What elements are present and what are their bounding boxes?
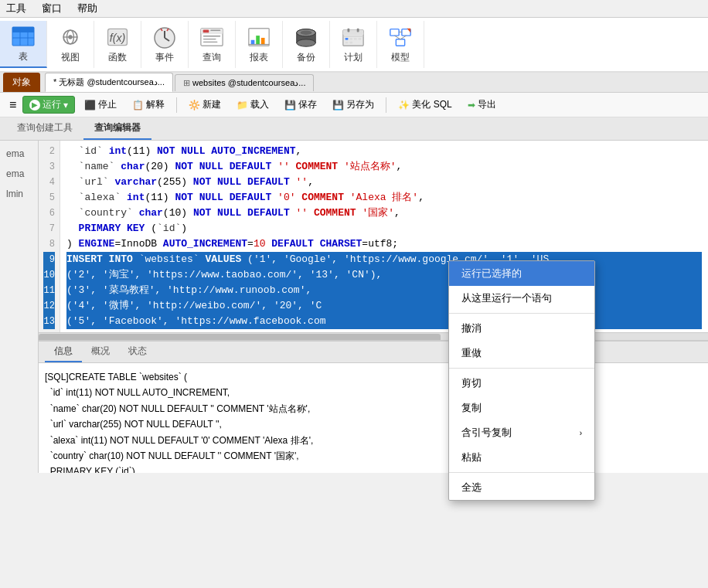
code-editor[interactable]: `id` int(11) NOT NULL AUTO_INCREMENT, `n… (60, 141, 708, 332)
tab-query-builder[interactable]: 查询创建工具 (6, 117, 83, 140)
menu-window[interactable]: 窗口 (42, 2, 62, 15)
svg-rect-1 (12, 27, 34, 32)
svg-rect-47 (396, 39, 404, 46)
icon-backup[interactable]: 备份 (283, 21, 330, 68)
left-panel-ema1[interactable]: ema (0, 144, 38, 164)
tab-query-editor[interactable]: 查询编辑器 (83, 117, 151, 140)
context-menu: 运行已选择的 从这里运行一个语句 撤消 重做 剪切 复制 含引号复制 › 粘贴 … (448, 260, 595, 501)
ctx-undo[interactable]: 撤消 (449, 316, 594, 341)
icon-view[interactable]: 视图 (47, 21, 94, 68)
tab-object[interactable]: 对象 (3, 73, 40, 92)
ctx-sep-3 (449, 472, 594, 473)
stop-button[interactable]: ⬛ 停止 (78, 95, 123, 114)
svg-rect-35 (343, 32, 363, 35)
ctx-paste[interactable]: 粘贴 (449, 445, 594, 470)
left-panel-ema2[interactable]: ema (0, 164, 38, 184)
beautify-button[interactable]: ✨ 美化 SQL (392, 95, 458, 114)
svg-rect-26 (261, 38, 265, 44)
tab-info[interactable]: 信息 (45, 342, 82, 362)
ctx-select-all[interactable]: 全选 (449, 475, 594, 500)
separator-2 (386, 97, 386, 113)
left-panel-lmin[interactable]: lmin (0, 184, 38, 204)
menu-icon[interactable]: ≡ (6, 97, 19, 114)
tab-websites[interactable]: ⊞ websites @studentcourseaد... (175, 74, 314, 91)
horizontal-scrollbar[interactable] (39, 332, 708, 342)
svg-rect-20 (203, 36, 221, 36)
separator-1 (176, 97, 177, 113)
ctx-redo[interactable]: 重做 (449, 341, 594, 365)
svg-rect-39 (345, 38, 349, 40)
ctx-run-selected[interactable]: 运行已选择的 (449, 261, 594, 286)
icon-function[interactable]: f(x) 函数 (94, 21, 141, 68)
line-numbers: 2 3 4 5 6 7 8 9 10 11 12 13 (39, 141, 60, 332)
menu-help[interactable]: 帮助 (77, 2, 97, 15)
sql-log: [SQL]CREATE TABLE `websites` ( `id` int(… (45, 369, 702, 473)
ctx-run-statement[interactable]: 从这里运行一个语句 (449, 286, 594, 311)
svg-rect-41 (354, 38, 357, 40)
menu-tools[interactable]: 工具 (6, 2, 26, 15)
svg-rect-43 (345, 42, 349, 44)
bottom-content-area: [SQL]CREATE TABLE `websites` ( `id` int(… (39, 363, 708, 473)
svg-point-32 (300, 31, 311, 36)
svg-point-30 (297, 39, 315, 46)
svg-rect-21 (203, 39, 216, 39)
ctx-cut[interactable]: 剪切 (449, 371, 594, 396)
svg-rect-36 (347, 29, 349, 32)
tab-overview[interactable]: 概况 (82, 342, 119, 362)
icon-table[interactable]: 表 (0, 21, 47, 68)
export-button[interactable]: ➡ 导出 (461, 95, 502, 114)
svg-rect-24 (251, 40, 255, 45)
svg-rect-25 (256, 36, 260, 44)
icon-event[interactable]: 事件 (141, 21, 189, 68)
ctx-copy[interactable]: 复制 (449, 396, 594, 420)
load-button[interactable]: 📁 载入 (230, 95, 275, 114)
new-button[interactable]: 🔆 新建 (182, 95, 227, 114)
svg-rect-40 (349, 38, 352, 40)
tab-untitled[interactable]: * 无标题 @studentcourseaد... (45, 73, 173, 92)
svg-rect-22 (203, 42, 218, 42)
bottom-tabs: 信息 概况 状态 (39, 342, 708, 363)
run-button[interactable]: ▶ 运行 ▾ (22, 96, 75, 114)
icon-query[interactable]: 查询 (189, 21, 236, 68)
save-as-button[interactable]: 💾 另存为 (326, 95, 380, 114)
svg-rect-44 (349, 42, 352, 44)
svg-rect-18 (203, 30, 209, 33)
svg-text:f(x): f(x) (110, 32, 126, 44)
svg-rect-42 (359, 38, 362, 40)
save-button[interactable]: 💾 保存 (278, 95, 323, 114)
tab-status[interactable]: 状态 (119, 342, 156, 362)
svg-rect-37 (357, 29, 359, 32)
svg-rect-19 (210, 30, 220, 31)
icon-report[interactable]: 报表 (236, 21, 283, 68)
scrollbar-thumb[interactable] (39, 334, 441, 342)
svg-rect-45 (390, 29, 399, 36)
explain-button[interactable]: 📋 解释 (126, 95, 171, 114)
svg-point-8 (68, 35, 72, 39)
icon-schedule[interactable]: 计划 (330, 21, 377, 68)
ctx-copy-with-quotes[interactable]: 含引号复制 › (449, 420, 594, 445)
ctx-sep-1 (449, 313, 594, 314)
ctx-sep-2 (449, 368, 594, 369)
icon-model[interactable]: 模型 (377, 21, 424, 68)
